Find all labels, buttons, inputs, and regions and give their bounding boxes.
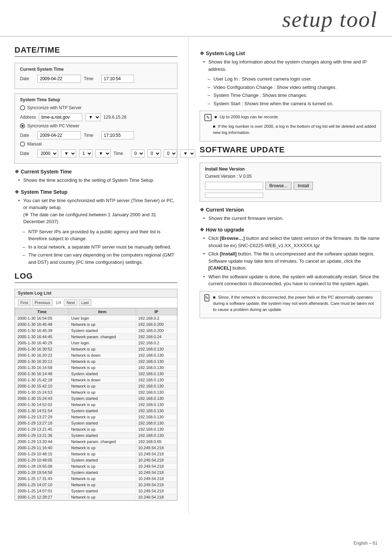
pc-time-label: Time	[84, 133, 98, 138]
table-cell-item: Network param. changed	[69, 334, 136, 340]
manual-radio-button[interactable]	[20, 142, 25, 147]
table-row: 2000-1-25 17:31:43Network is up10.249.54…	[15, 476, 177, 482]
table-cell-item: Network is up	[69, 463, 136, 470]
table-row: 2000-1-30 16:20:12Network is up192.168.0…	[15, 359, 177, 365]
table-row: 2000-1-30 16:30:52Network is up192.168.0…	[15, 346, 177, 352]
log-next-button[interactable]: Next	[64, 299, 77, 306]
table-cell-time: 2000-1-30 14:51:54	[15, 408, 69, 414]
progress-bar	[205, 193, 263, 198]
time-input[interactable]	[101, 75, 134, 83]
table-row: 2000-1-29 13:20:44Network param. changed…	[15, 439, 177, 445]
manual-day1-select[interactable]: 1	[79, 149, 93, 157]
ntp-radio-row[interactable]: Syncronize with NTP Server	[20, 105, 172, 110]
table-cell-ip: 192.168.0.130	[136, 377, 177, 383]
col-time: Time	[15, 308, 69, 315]
table-cell-time: 2000-1-29 13:20:44	[15, 439, 69, 445]
time-label: Time	[84, 76, 98, 81]
table-cell-item: Network is up	[69, 494, 136, 500]
current-system-time-box: Current System Time Date Time	[15, 63, 177, 89]
footer-lang: English	[354, 541, 368, 546]
current-system-time-box-title: Current System Time	[20, 67, 172, 72]
table-row: 2000-1-29 13:27:29Network is up192.168.0…	[15, 414, 177, 420]
right-column: System Log List Shows the log informatio…	[189, 37, 392, 514]
table-cell-item: Network is up	[69, 482, 136, 488]
pc-radio-button[interactable]	[20, 123, 25, 128]
table-cell-time: 2000-1-25 17:31:43	[15, 476, 69, 482]
manual-sec-select[interactable]: 0	[164, 149, 177, 157]
how-to-upgrade-bullets: Click [Browse…] button and select the la…	[200, 235, 381, 287]
bullet-item: You can set the time synchronized with N…	[18, 197, 177, 225]
manual-min-select[interactable]: 0	[147, 149, 161, 157]
table-cell-ip: 192.168.0.200	[136, 328, 177, 334]
current-time-row: Date Time	[20, 75, 172, 83]
table-cell-ip: 192.168.0.130	[136, 402, 177, 408]
log-last-button[interactable]: Last	[79, 299, 91, 306]
upgrade-note-icon: ✎	[204, 294, 209, 302]
manual-hour-select[interactable]: 0	[131, 149, 144, 157]
table-row: 2000-1-30 16:14:48System started192.168.…	[15, 371, 177, 377]
table-cell-item: System started	[69, 371, 136, 377]
manual-day2-select[interactable]: ▼	[95, 149, 111, 157]
table-cell-time: 2000-1-29 13:21:45	[15, 426, 69, 433]
table-cell-time: 2000-1-25 12:28:27	[15, 494, 69, 500]
ntp-radio-button[interactable]	[20, 105, 25, 110]
table-cell-time: 2000-1-30 15:42:18	[15, 377, 69, 383]
table-cell-ip: 192.168.0.130	[136, 383, 177, 389]
table-cell-time: 2000-1-30 15:24:53	[15, 389, 69, 396]
table-cell-time: 2000-1-29 13:27:29	[15, 414, 69, 420]
table-cell-ip: 192.168.0.130	[136, 433, 177, 439]
system-time-setup-desc-title: System Time Setup	[15, 189, 177, 195]
table-cell-ip: 192.168.0.130	[136, 414, 177, 420]
table-cell-ip: 192.168.0.130	[136, 371, 177, 377]
system-log-dashes: User Log In : Shows current camera login…	[200, 75, 381, 107]
table-cell-time: 2000-1-29 13:27:18	[15, 420, 69, 426]
table-cell-item: Network is down	[69, 377, 136, 383]
table-row: 2000-1-30 15:24:43System started192.168.…	[15, 396, 177, 402]
table-row: 2000-1-25 12:28:27Network is up10.249.54…	[15, 494, 177, 500]
table-cell-item: System started	[69, 420, 136, 426]
address-select[interactable]: ▼	[85, 113, 101, 121]
table-cell-time: 2000-1-30 16:20:22	[15, 352, 69, 359]
bullet-item: Shows the current firmware version.	[203, 215, 381, 222]
table-cell-time: 2000-1-30 16:40:29	[15, 340, 69, 346]
table-cell-item: System started	[69, 433, 136, 439]
pc-time-input[interactable]	[101, 131, 134, 139]
firmware-file-input[interactable]	[205, 182, 263, 190]
manual-year-select[interactable]: 2000	[37, 149, 58, 157]
table-cell-ip: 192.168.0.200	[136, 321, 177, 328]
table-cell-time: 2000-1-30 16:45:48	[15, 321, 69, 328]
page-header: setup tool	[0, 0, 392, 37]
page-title: setup tool	[282, 7, 377, 32]
table-cell-time: 2000-1-30 14:52:02	[15, 402, 69, 408]
date-input[interactable]	[37, 75, 81, 83]
table-cell-item: Network param. changed	[69, 439, 136, 445]
ntp-radio-label: Syncronize with NTP Server	[27, 105, 82, 110]
install-box-title: Install New Version	[205, 167, 376, 172]
table-cell-item: Network is up	[69, 383, 136, 389]
bullet-note: (※ The date can be configured between 1 …	[23, 212, 156, 225]
system-log-list-title: System Log List	[200, 50, 381, 56]
footer-page: 61	[373, 541, 377, 546]
browse-button[interactable]: Browse...	[265, 182, 291, 190]
table-row: 2000-1-30 16:14:58Network is up192.168.0…	[15, 365, 177, 371]
table-cell-item: Network is up	[69, 359, 136, 365]
col-item: Item	[69, 308, 136, 315]
install-button[interactable]: Install	[294, 182, 313, 190]
install-box: Install New Version Current Version : V …	[200, 163, 381, 202]
table-cell-item: Network is up	[69, 389, 136, 396]
manual-radio-row[interactable]: Manual	[20, 142, 172, 147]
table-cell-ip: 192.168.0.2	[136, 340, 177, 346]
table-cell-time: 2000-1-25 14:07:01	[15, 488, 69, 494]
browse-bold: [Browse…]	[220, 235, 245, 241]
log-prev-button[interactable]: Previous	[32, 299, 53, 306]
dash-item: User Log In : Shows current camera login…	[208, 75, 381, 83]
address-input[interactable]	[39, 113, 82, 121]
pc-radio-row[interactable]: Syncronize with PC Viewer	[20, 123, 172, 128]
manual-month-select[interactable]: ▼	[61, 149, 76, 157]
dash-item: Video Configuration Change : Show video …	[208, 84, 381, 91]
table-cell-item: Network is up	[69, 476, 136, 482]
bullet-browse: Click [Browse…] button and select the la…	[203, 235, 381, 249]
table-cell-time: 2000-1-29 13:21:36	[15, 433, 69, 439]
log-first-button[interactable]: First	[18, 299, 30, 306]
pc-date-input[interactable]	[37, 131, 81, 139]
